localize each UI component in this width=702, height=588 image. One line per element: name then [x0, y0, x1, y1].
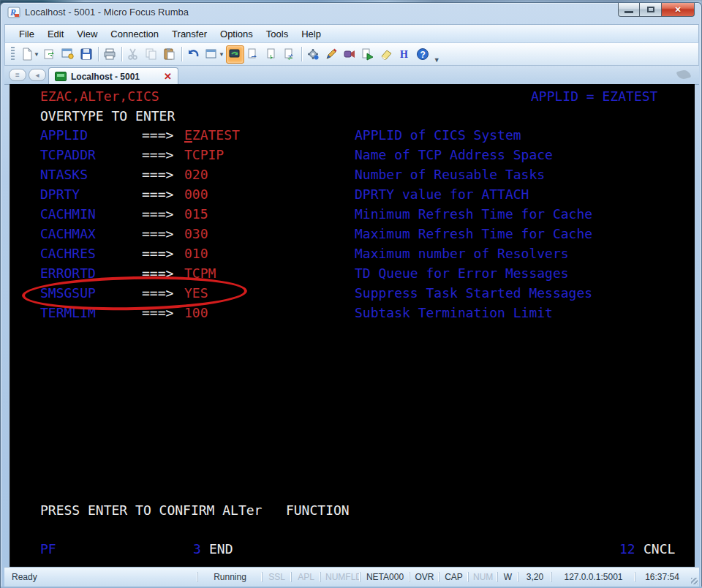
copy-icon[interactable] — [143, 45, 161, 64]
screen-root: R Localhost - 5001 - Micro Focus Rumba ✕… — [0, 0, 702, 588]
field-arrow: ===> — [142, 128, 173, 143]
menu-transfer[interactable]: Transfer — [165, 26, 214, 42]
menu-options[interactable]: Options — [214, 26, 260, 42]
menu-bar: File Edit View Connection Transfer Optio… — [4, 24, 699, 43]
print-icon[interactable] — [101, 45, 119, 64]
field-row[interactable]: CACHRES ===> 010 Maximum number of Resol… — [10, 246, 695, 261]
status-num: NUM — [468, 572, 497, 582]
field-value[interactable]: 030 — [184, 227, 208, 241]
toolbar-separator — [301, 47, 302, 61]
field-description: Minimum Refresh Time for Cache — [355, 207, 592, 222]
field-label: DPRTY — [40, 187, 80, 202]
run-macro-icon[interactable] — [359, 45, 377, 64]
color-pen-icon[interactable] — [322, 45, 341, 64]
tab-list-button[interactable]: ≡ — [9, 69, 26, 81]
field-label: CACHMIN — [40, 207, 96, 222]
status-host-address: 127.0.0.1:5001 — [551, 572, 635, 582]
menu-edit[interactable]: Edit — [41, 26, 70, 42]
toolbar-overflow-icon[interactable]: ▼ — [434, 56, 440, 65]
status-word-wrap: W — [497, 572, 518, 582]
field-value[interactable]: 100 — [184, 306, 208, 320]
field-arrow: ===> — [142, 187, 173, 202]
field-value[interactable]: 020 — [184, 167, 208, 182]
cut-icon[interactable] — [124, 45, 143, 64]
pf12-label[interactable]: CNCL — [644, 542, 675, 557]
toolbar-separator — [98, 47, 99, 61]
terminal-subtitle: OVERTYPE TO ENTER — [40, 109, 175, 124]
keyboard-map-icon[interactable] — [226, 45, 244, 64]
pf3-label[interactable]: END — [209, 542, 233, 557]
menu-tools[interactable]: Tools — [260, 26, 295, 42]
field-description: Suppress Task Started Messages — [355, 286, 592, 301]
pf3-number[interactable]: 3 — [193, 542, 201, 557]
status-ready: Ready — [4, 572, 197, 582]
tab-close-icon[interactable]: ✕ — [164, 71, 172, 82]
menu-connection[interactable]: Connection — [104, 26, 165, 42]
status-ssl: SSL — [262, 572, 291, 582]
status-running: Running — [197, 572, 262, 582]
pf12-number[interactable]: 12 — [619, 542, 635, 557]
field-row[interactable]: CACHMAX ===> 030 Maximum Refresh Time fo… — [10, 227, 695, 241]
menu-view[interactable]: View — [70, 26, 104, 42]
field-description: Subtask Termination Limit — [355, 306, 553, 320]
field-description: Number of Reusable Tasks — [355, 167, 545, 182]
field-row[interactable]: NTASKS ===> 020 Number of Reusable Tasks — [10, 167, 695, 182]
new-session-dropdown-icon[interactable]: ▼ — [34, 51, 39, 58]
tab-scroll-left-button[interactable]: ◂ — [29, 69, 46, 81]
hotspots-icon[interactable]: H — [396, 45, 414, 64]
resize-grip[interactable] — [689, 568, 699, 587]
terminal-screen[interactable]: EZAC,ALTer,CICS APPLID = EZATEST OVERTYP… — [10, 84, 695, 567]
macro-icon[interactable] — [341, 45, 359, 64]
field-row[interactable]: DPRTY ===> 000 DPRTY value for ATTACH — [10, 187, 695, 202]
rumba-logo-icon: R — [7, 7, 20, 18]
status-cap: CAP — [439, 572, 468, 582]
status-apl: APL — [291, 572, 320, 582]
toolbar: ▼ — [4, 43, 699, 66]
eraser-icon[interactable] — [377, 45, 396, 64]
field-description: Name of TCP Address Space — [355, 148, 553, 162]
help-icon[interactable]: ? — [414, 45, 432, 64]
tab-bar-decoration-icon — [676, 69, 691, 80]
status-ovr[interactable]: OVR — [410, 572, 439, 582]
minimize-button[interactable] — [618, 3, 640, 17]
field-description: TD Queue for Error Messages — [355, 266, 569, 281]
field-label: TCPADDR — [40, 148, 96, 162]
menu-help[interactable]: Help — [295, 26, 328, 42]
field-row[interactable]: APPLID ===> EZATEST APPLID of CICS Syste… — [10, 128, 695, 143]
menu-file[interactable]: File — [12, 26, 41, 42]
toolbar-separator — [121, 47, 122, 61]
field-arrow: ===> — [142, 148, 173, 162]
field-value[interactable]: 015 — [184, 207, 208, 222]
field-row[interactable]: CACHMIN ===> 015 Minimum Refresh Time fo… — [10, 207, 695, 222]
save-icon[interactable] — [78, 45, 96, 64]
field-row[interactable]: TCPADDR ===> TCPIP Name of TCP Address S… — [10, 148, 695, 162]
terminal-confirm-message: PRESS ENTER TO CONFIRM ALTer FUNCTION — [40, 503, 350, 518]
terminal-applid-status: APPLID = EZATEST — [531, 89, 657, 104]
field-description: Maximum Refresh Time for Cache — [355, 227, 592, 241]
paste-icon[interactable] — [161, 45, 179, 64]
status-clock: 16:37:54 — [635, 572, 689, 582]
receive-file-icon[interactable] — [263, 45, 281, 64]
title-bar[interactable]: R Localhost - 5001 - Micro Focus Rumba ✕ — [1, 3, 701, 23]
close-button[interactable]: ✕ — [662, 3, 695, 17]
field-description: DPRTY value for ATTACH — [355, 187, 529, 202]
field-value[interactable]: TCPIP — [184, 148, 224, 162]
terminal-command[interactable]: EZAC,ALTer,CICS — [40, 89, 159, 104]
maximize-button[interactable] — [640, 3, 662, 17]
tab-label: Localhost - 5001 — [71, 72, 159, 82]
svg-text:H: H — [400, 49, 408, 60]
session-tab[interactable]: Localhost - 5001 ✕ — [48, 67, 178, 85]
field-value[interactable]: 010 — [184, 246, 208, 261]
undo-icon[interactable] — [184, 45, 203, 64]
toolbar-grip[interactable] — [11, 47, 15, 61]
display-setup-dropdown-icon[interactable]: ▼ — [219, 51, 224, 58]
field-value[interactable]: EZATEST — [184, 128, 240, 143]
field-value[interactable]: 000 — [184, 187, 208, 202]
connect-icon[interactable] — [41, 45, 59, 64]
send-file-icon[interactable] — [244, 45, 263, 64]
transfer-file-icon[interactable] — [281, 45, 299, 64]
field-arrow: ===> — [142, 246, 173, 261]
field-description: APPLID of CICS System — [355, 128, 521, 143]
session-profile-icon[interactable] — [59, 45, 78, 64]
settings-gear-icon[interactable] — [304, 45, 322, 64]
